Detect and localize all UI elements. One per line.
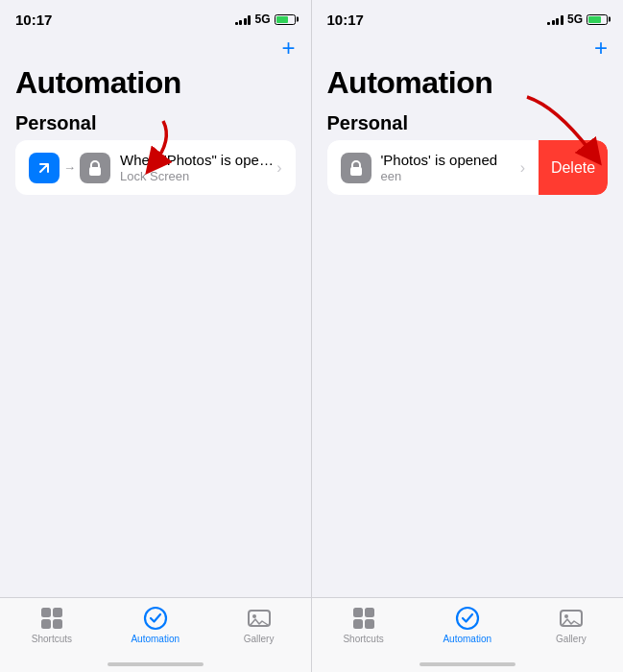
app-icon-1 (29, 153, 60, 183)
svg-rect-4 (41, 619, 51, 629)
status-bar-1: 10:17 5G (0, 0, 311, 35)
automation-tab-icon-2 (455, 606, 480, 631)
home-indicator-1 (108, 662, 204, 666)
add-button-2[interactable]: + (594, 36, 608, 60)
tab-gallery-1[interactable]: Gallery (230, 606, 288, 644)
card-subtitle-2: een (381, 169, 520, 183)
tab-bar-2: Shortcuts Automation Gallery (312, 597, 624, 672)
battery-icon-1 (275, 14, 296, 25)
svg-rect-5 (53, 619, 62, 629)
shortcuts-tab-icon-2 (351, 606, 376, 631)
svg-point-17 (564, 614, 568, 618)
tab-shortcuts-2[interactable]: Shortcuts (335, 606, 393, 644)
status-bar-2: 10:17 5G (312, 0, 624, 35)
automation-card-swiped[interactable]: 'Photos' is opened een › (327, 140, 539, 195)
svg-rect-3 (53, 608, 62, 617)
battery-fill-2 (588, 16, 601, 23)
gallery-tab-icon-2 (559, 606, 584, 631)
svg-rect-13 (353, 619, 363, 629)
add-button-1[interactable]: + (281, 36, 295, 60)
battery-icon-2 (587, 14, 608, 25)
svg-rect-11 (353, 608, 363, 617)
status-icons-2: 5G (547, 12, 608, 26)
signal-bars-1 (235, 14, 252, 25)
tab-automation-label-2: Automation (443, 634, 491, 644)
card-container-1: → When "Photos" is opened Lock Screen › (0, 140, 311, 195)
tab-shortcuts-label-1: Shortcuts (32, 634, 72, 644)
svg-point-15 (457, 608, 478, 629)
status-time-1: 10:17 (15, 12, 52, 28)
panel-1: 10:17 5G + Automation Personal (0, 0, 312, 672)
tab-gallery-label-2: Gallery (556, 634, 587, 644)
icon-group-1: → (29, 153, 110, 183)
automation-card-1[interactable]: → When "Photos" is opened Lock Screen › (15, 140, 296, 195)
status-time-2: 10:17 (327, 12, 364, 28)
page-title-1: Automation (0, 65, 311, 105)
page-header-2: + (312, 35, 624, 65)
tab-automation-2[interactable]: Automation (439, 606, 496, 644)
shortcuts-tab-icon-1 (39, 606, 64, 631)
page-title-2: Automation (312, 65, 624, 105)
card-text-2: 'Photos' is opened een (381, 152, 520, 183)
card-left-1: → When "Photos" is opened Lock Screen (29, 152, 276, 183)
chevron-1: › (276, 159, 281, 177)
status-icons-1: 5G (235, 12, 296, 26)
lock-icon-box-2 (341, 153, 371, 183)
tab-gallery-label-1: Gallery (244, 634, 275, 644)
card-text-1: When "Photos" is opened Lock Screen (120, 152, 276, 183)
delete-button[interactable]: Delete (539, 140, 608, 195)
svg-rect-0 (89, 167, 101, 176)
svg-point-6 (145, 608, 166, 629)
card-left-2: 'Photos' is opened een (341, 152, 520, 183)
automation-tab-icon-1 (143, 606, 168, 631)
tab-bar-1: Shortcuts Automation Gallery (0, 597, 311, 672)
section-title-2: Personal (312, 105, 624, 140)
chevron-2: › (520, 159, 525, 177)
panel-2: 10:17 5G + Automation Personal (312, 0, 624, 672)
signal-bars-2 (547, 14, 563, 25)
tab-shortcuts-1[interactable]: Shortcuts (23, 606, 81, 644)
gallery-tab-icon-1 (247, 606, 272, 631)
tab-shortcuts-label-2: Shortcuts (343, 634, 383, 644)
svg-rect-9 (350, 167, 362, 176)
home-indicator-2 (419, 662, 515, 666)
section-title-1: Personal (0, 105, 311, 140)
svg-point-8 (252, 614, 256, 618)
battery-fill-1 (276, 16, 289, 23)
tab-gallery-2[interactable]: Gallery (542, 606, 600, 644)
page-header-1: + (0, 35, 311, 65)
card-container-2: 'Photos' is opened een › Delete (312, 140, 624, 195)
network-label-1: 5G (254, 12, 270, 26)
tab-automation-label-1: Automation (131, 634, 180, 644)
network-label-2: 5G (567, 12, 583, 26)
svg-rect-2 (41, 608, 51, 617)
arrow-connector-1: → (63, 160, 76, 175)
card-title-2: 'Photos' is opened (381, 152, 520, 168)
icon-group-2 (341, 153, 371, 183)
card-subtitle-1: Lock Screen (120, 169, 276, 183)
tab-automation-1[interactable]: Automation (127, 606, 184, 644)
svg-rect-12 (365, 608, 374, 617)
card-swipe-wrapper: 'Photos' is opened een › Delete (327, 140, 609, 195)
lock-icon-box-1 (80, 153, 110, 183)
svg-rect-14 (365, 619, 374, 629)
card-title-1: When "Photos" is opened (120, 152, 276, 168)
